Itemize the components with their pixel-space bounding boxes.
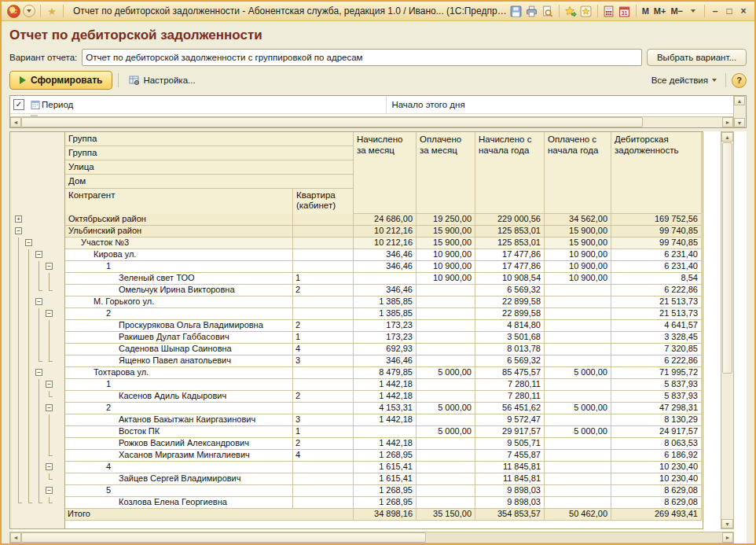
collapse-toggle[interactable]: −	[46, 381, 53, 388]
cell-name: Октябрьский район	[65, 214, 293, 226]
save-icon[interactable]	[509, 4, 523, 18]
scroll-left-icon[interactable]: ◄	[10, 117, 21, 127]
table-row[interactable]: Актанов Бакытжан Каиргазинович31 442,189…	[10, 414, 703, 426]
close-button[interactable]: ×	[736, 6, 750, 17]
favorite-star-icon[interactable]: ★	[45, 4, 59, 18]
system-menu-dropdown-icon[interactable]	[22, 4, 36, 18]
scrollbar-thumb[interactable]	[722, 142, 732, 374]
scroll-down-icon[interactable]: ▼	[734, 118, 745, 127]
all-actions-button[interactable]: Все действия	[648, 75, 720, 85]
cell-value: 1 442,18	[354, 414, 417, 426]
memory-add-button[interactable]: M+	[651, 6, 669, 16]
group-row[interactable]: −24 153,315 000,0056 451,625 000,0047 29…	[10, 403, 703, 414]
tree-gutter	[10, 414, 65, 426]
generate-report-button[interactable]: Сформировать	[9, 71, 112, 90]
group-row[interactable]: −М. Горького ул.1 385,8522 899,5821 513,…	[10, 296, 703, 308]
tree-gutter	[10, 273, 65, 285]
table-row[interactable]: Рожков Василий Александрович21 442,189 5…	[10, 438, 703, 450]
calendar-icon[interactable]: 31	[618, 4, 632, 18]
table-row[interactable]: Ракишев Дулат Габбасович1173,233 501,683…	[10, 332, 703, 344]
tree-gutter	[10, 320, 65, 332]
group-row[interactable]: −41 615,4111 845,8110 230,40	[10, 462, 703, 473]
group-row[interactable]: −Тохтарова ул.8 479,855 000,0085 475,575…	[10, 367, 703, 379]
scrollbar-thumb[interactable]	[21, 532, 426, 543]
collapse-toggle[interactable]: −	[46, 487, 53, 494]
group-row[interactable]: −Ульбинский район10 212,1615 900,00125 8…	[10, 226, 703, 238]
print-preview-icon[interactable]	[541, 4, 555, 18]
collapse-toggle[interactable]: −	[35, 251, 42, 258]
tree-gutter	[10, 509, 65, 521]
scroll-left-icon[interactable]: ◄	[10, 532, 21, 543]
group-row[interactable]: −21 385,8522 899,5821 513,73	[10, 308, 703, 320]
group-row[interactable]: −Участок №310 212,1615 900,00125 853,011…	[10, 238, 703, 249]
period-value[interactable]: Начало этого дня	[386, 96, 464, 113]
add-to-favorites-icon[interactable]	[563, 4, 578, 18]
settings-vertical-scrollbar[interactable]: ▲ ▼	[733, 96, 746, 127]
memory-recall-button[interactable]: M	[640, 6, 651, 16]
minimize-button[interactable]: –	[708, 6, 722, 17]
scroll-right-icon[interactable]: ►	[722, 117, 733, 127]
expand-toggle[interactable]: +	[15, 215, 22, 223]
tree-gutter	[10, 438, 65, 450]
scroll-down-icon[interactable]: ▼	[721, 519, 733, 528]
collapse-toggle[interactable]: −	[35, 298, 42, 305]
table-row[interactable]: Проскурякова Ольга Владимировна2173,234 …	[10, 320, 703, 332]
table-row[interactable]: Зеленый свет ТОО110 900,0010 908,5410 90…	[10, 273, 703, 285]
tree-line	[18, 296, 19, 308]
collapse-toggle[interactable]: −	[46, 310, 53, 317]
scroll-right-icon[interactable]: ►	[722, 532, 733, 543]
period-filter-row[interactable]: ✓ Период Начало этого дня	[10, 96, 733, 114]
cell-apartment	[293, 249, 354, 261]
collapse-toggle[interactable]: −	[46, 404, 53, 411]
table-row[interactable]: Козлова Елена Георгиевна1 268,959 898,03…	[10, 497, 703, 509]
cell-value: 1 615,41	[354, 462, 417, 473]
group-row[interactable]: −Кирова ул.346,4610 900,0017 477,8610 90…	[10, 249, 703, 261]
total-row[interactable]: Итого34 898,1635 150,00354 853,5750 462,…	[10, 509, 703, 521]
collapse-toggle[interactable]: −	[35, 369, 42, 376]
settings-horizontal-scrollbar[interactable]: ◄ ►	[10, 116, 733, 127]
table-vertical-scrollbar[interactable]: ▲ ▼	[721, 131, 734, 529]
table-row[interactable]: Саденова Шынар Саиновна4692,938 013,787 …	[10, 344, 703, 355]
settings-button[interactable]: Настройка...	[124, 72, 200, 89]
cell-name: Козлова Елена Георгиевна	[65, 497, 293, 509]
cell-apartment	[293, 261, 354, 273]
table-row[interactable]: Ященко Павел анатольевич3346,466 569,326…	[10, 355, 703, 367]
cell-value: 5 000,00	[545, 403, 611, 414]
collapse-toggle[interactable]: −	[15, 227, 22, 234]
cell-value: 8 629,08	[611, 497, 702, 509]
memory-subtract-button[interactable]: M−	[668, 6, 685, 16]
collapse-toggle[interactable]: −	[46, 263, 53, 270]
group-row[interactable]: +Октябрьский район24 686,0019 250,00229 …	[10, 214, 703, 226]
table-row[interactable]: Омельчук Ирина Викторовна2346,466 569,32…	[10, 285, 703, 296]
cell-value	[545, 355, 611, 367]
cell-value: 6 231,40	[611, 249, 702, 261]
collapse-toggle[interactable]: −	[25, 239, 32, 246]
table-row[interactable]: Восток ПК15 000,0029 917,575 000,0024 91…	[10, 426, 703, 438]
scrollbar-thumb[interactable]	[21, 117, 643, 127]
favorites-icon[interactable]	[579, 4, 593, 18]
period-checkbox[interactable]: ✓	[13, 99, 24, 110]
1c-logo-icon[interactable]: 1С	[6, 4, 20, 18]
table-row[interactable]: Хасанов Миргазим Мингалиевич41 268,957 4…	[10, 450, 703, 462]
table-row[interactable]: Зайцев Сергей Владимирович1 615,4111 845…	[10, 473, 703, 485]
choose-variant-button[interactable]: Выбрать вариант...	[647, 49, 747, 66]
group-row[interactable]: −11 442,187 280,115 837,93	[10, 379, 703, 391]
group-row[interactable]: −51 268,959 898,038 629,08	[10, 485, 703, 497]
more-buttons-chevron-icon[interactable]	[686, 4, 700, 18]
tree-gutter	[10, 132, 65, 214]
table-horizontal-scrollbar[interactable]: ◄ ►	[9, 532, 734, 543]
header-group2: Группа	[65, 146, 354, 160]
calculator-icon[interactable]	[602, 4, 616, 18]
tree-line	[18, 344, 19, 355]
maximize-button[interactable]: □	[722, 6, 736, 17]
print-icon[interactable]	[525, 4, 539, 18]
tree-line	[28, 355, 29, 367]
scroll-up-icon[interactable]: ▲	[721, 132, 733, 142]
help-button[interactable]: ?	[732, 73, 747, 88]
collapse-toggle[interactable]: −	[46, 463, 53, 470]
tree-line	[28, 438, 29, 450]
table-row[interactable]: Касенов Адиль Кадырович21 442,187 280,11…	[10, 391, 703, 403]
scroll-up-icon[interactable]: ▲	[734, 96, 745, 105]
variant-input[interactable]	[82, 49, 642, 66]
group-row[interactable]: −1346,4610 900,0017 477,8610 900,006 231…	[10, 261, 703, 273]
